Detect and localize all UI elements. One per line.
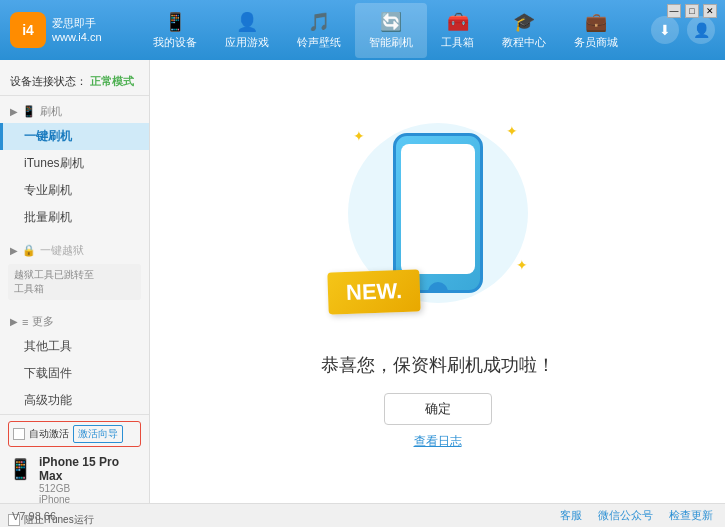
footer-link-feedback[interactable]: 客服 [560, 508, 582, 523]
confirm-button[interactable]: 确定 [384, 393, 492, 425]
jailbreak-disabled-msg: 越狱工具已跳转至工具箱 [8, 264, 141, 300]
device-phone-icon: 📱 [8, 457, 33, 481]
restore-button[interactable]: □ [685, 4, 699, 18]
sidebar-item-one-key-flash[interactable]: 一键刷机 [0, 123, 149, 150]
auto-activate-checkbox[interactable] [13, 428, 25, 440]
sidebar-item-batch-flash[interactable]: 批量刷机 [0, 204, 149, 231]
nav-item-apps-games[interactable]: 👤应用游戏 [211, 3, 283, 58]
flash-icon: 📱 [22, 105, 36, 118]
main-layout: 设备连接状态： 正常模式 ▶ 📱 刷机 一键刷机 iTunes刷机 专业刷机 批… [0, 60, 725, 503]
header: i4 爱思即手 www.i4.cn 📱我的设备👤应用游戏🎵铃声壁纸🔄智能刷机🧰工… [0, 0, 725, 60]
status-bar: 设备连接状态： 正常模式 [0, 68, 149, 96]
sidebar-group-jailbreak[interactable]: ▶ 🔒 一键越狱 [0, 239, 149, 262]
window-controls: — □ ✕ [667, 4, 717, 18]
sidebar-item-other-tools[interactable]: 其他工具 [0, 333, 149, 360]
sparkle-icon-3: ✦ [516, 257, 528, 273]
auto-activate-label: 自动激活 [29, 427, 69, 441]
device-details: iPhone 15 Pro Max 512GB iPhone [39, 455, 141, 505]
guide-button[interactable]: 激活向导 [73, 425, 123, 443]
download-button[interactable]: ⬇ [651, 16, 679, 44]
user-button[interactable]: 👤 [687, 16, 715, 44]
nav-item-smart-flash[interactable]: 🔄智能刷机 [355, 3, 427, 58]
nav-icon-tutorial: 🎓 [513, 11, 535, 33]
device-info: 📱 iPhone 15 Pro Max 512GB iPhone [8, 451, 141, 509]
nav-items: 📱我的设备👤应用游戏🎵铃声壁纸🔄智能刷机🧰工具箱🎓教程中心💼务员商城 [120, 3, 651, 58]
new-badge: NEW. [327, 269, 421, 314]
sidebar-group-flash[interactable]: ▶ 📱 刷机 [0, 100, 149, 123]
more-label: 更多 [32, 314, 54, 329]
flash-group-label: 刷机 [40, 104, 62, 119]
logo-text: 爱思即手 www.i4.cn [52, 16, 102, 45]
sidebar-item-pro-flash[interactable]: 专业刷机 [0, 177, 149, 204]
footer-links: 客服微信公众号检查更新 [560, 508, 713, 523]
nav-icon-toolbox: 🧰 [447, 11, 469, 33]
sidebar: 设备连接状态： 正常模式 ▶ 📱 刷机 一键刷机 iTunes刷机 专业刷机 批… [0, 60, 150, 503]
nav-item-tutorial[interactable]: 🎓教程中心 [488, 3, 560, 58]
minimize-button[interactable]: — [667, 4, 681, 18]
nav-icon-ringtones: 🎵 [308, 11, 330, 33]
content-area: ✦ ✦ ✦ NEW. 恭喜您，保资料刷机成功啦！ 确定 查看日志 [150, 60, 725, 503]
nav-icon-business: 💼 [585, 11, 607, 33]
auto-activate-row: 自动激活 激活向导 [8, 421, 141, 447]
footer-version: V7.98.66 [12, 510, 540, 522]
phone-home-button [428, 282, 448, 293]
header-right: ⬇ 👤 [651, 16, 715, 44]
footer-link-check-update[interactable]: 检查更新 [669, 508, 713, 523]
close-button[interactable]: ✕ [703, 4, 717, 18]
sidebar-item-download-firmware[interactable]: 下载固件 [0, 360, 149, 387]
view-log-link[interactable]: 查看日志 [414, 433, 462, 450]
logo-icon: i4 [10, 12, 46, 48]
nav-icon-smart-flash: 🔄 [380, 11, 402, 33]
phone-illustration: ✦ ✦ ✦ NEW. [338, 113, 538, 333]
nav-item-toolbox[interactable]: 🧰工具箱 [427, 3, 488, 58]
sidebar-group-more[interactable]: ▶ ≡ 更多 [0, 310, 149, 333]
device-name: iPhone 15 Pro Max [39, 455, 141, 483]
nav-icon-my-device: 📱 [164, 11, 186, 33]
jailbreak-label: 一键越狱 [40, 243, 84, 258]
nav-item-my-device[interactable]: 📱我的设备 [139, 3, 211, 58]
lock-icon: 🔒 [22, 244, 36, 257]
phone-screen [401, 144, 475, 274]
sparkle-icon-2: ✦ [506, 123, 518, 139]
status-value: 正常模式 [90, 75, 134, 87]
arrow-icon: ▶ [10, 106, 18, 117]
device-type: iPhone [39, 494, 141, 505]
arrow-icon-2: ▶ [10, 245, 18, 256]
sparkle-icon-1: ✦ [353, 128, 365, 144]
success-message: 恭喜您，保资料刷机成功啦！ [321, 353, 555, 377]
arrow-icon-3: ▶ [10, 316, 18, 327]
sidebar-item-advanced[interactable]: 高级功能 [0, 387, 149, 414]
nav-item-ringtones[interactable]: 🎵铃声壁纸 [283, 3, 355, 58]
device-storage: 512GB [39, 483, 141, 494]
nav-item-business[interactable]: 💼务员商城 [560, 3, 632, 58]
sidebar-item-itunes-flash[interactable]: iTunes刷机 [0, 150, 149, 177]
nav-icon-apps-games: 👤 [236, 11, 258, 33]
footer-link-wechat[interactable]: 微信公众号 [598, 508, 653, 523]
logo-area: i4 爱思即手 www.i4.cn [10, 12, 120, 48]
more-icon: ≡ [22, 316, 28, 328]
